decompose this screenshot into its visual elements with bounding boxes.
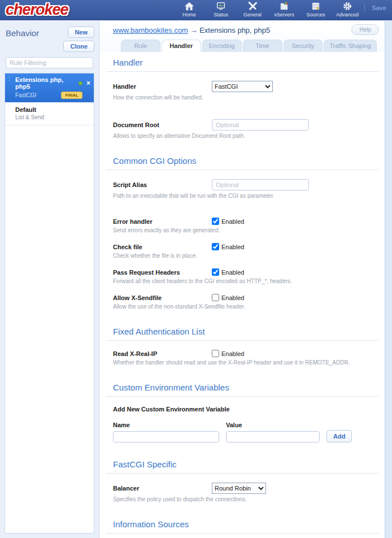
divider [106, 71, 379, 72]
field-label: Document Root [113, 122, 212, 128]
section-title-info-sources: Information Sources [113, 519, 385, 529]
field-row-handler: Handler FastCGI How the connection will … [113, 81, 379, 101]
breadcrumb-arrow: → [190, 26, 198, 34]
field-label: Pass Request Headers [113, 269, 212, 276]
handler-select[interactable]: FastCGI [212, 81, 273, 92]
field-label: Script Alias [113, 181, 212, 188]
tab-time[interactable]: Time [243, 40, 282, 52]
nav-vservers[interactable]: vServers [271, 2, 297, 18]
field-row-script-alias: Script Alias Path to an executable that … [113, 179, 379, 199]
content-header: www.bambookites.com → Extensions php, ph… [99, 21, 385, 52]
env-name-label: Name [113, 422, 219, 428]
divider [106, 170, 379, 170]
close-icon[interactable]: × [86, 80, 90, 86]
document-root-input[interactable] [212, 119, 309, 131]
top-bar: cherokee Home Status General vServers So… [0, 0, 392, 20]
field-label: Handler [113, 83, 212, 90]
tab-bar: Rule Handler Encoding Time Security Traf… [113, 40, 379, 52]
error-handler-checkbox[interactable] [212, 218, 219, 225]
nav-advanced[interactable]: Advanced [334, 2, 360, 18]
env-value-input[interactable] [226, 431, 320, 442]
tab-traffic-shaping[interactable]: Traffic Shaping [324, 40, 377, 52]
field-description: Whether the handler should read and use … [113, 359, 379, 366]
nav-general[interactable]: General [239, 2, 265, 18]
field-description: Send errors exactly as they are generate… [113, 227, 379, 233]
rule-enabled-dot-icon [79, 81, 82, 85]
section-title-fastcgi: FastCGI Specific [113, 459, 385, 469]
nav-home[interactable]: Home [176, 2, 202, 18]
nav-status[interactable]: Status [208, 2, 234, 18]
rule-filter-input[interactable] [6, 57, 93, 68]
section-title-fixed-auth: Fixed Authentication List [113, 327, 385, 336]
save-button[interactable]: Save [364, 5, 386, 11]
field-row-balancer: Balancer Round Robin Specifies the polic… [113, 483, 379, 502]
home-icon [184, 2, 194, 11]
field-description: Specifies the policy used to dispatch th… [113, 496, 379, 502]
final-badge: FINAL [61, 92, 82, 99]
scrollbar-track[interactable] [385, 21, 392, 538]
tab-encoding[interactable]: Encoding [202, 40, 242, 52]
advanced-icon [342, 2, 352, 11]
field-label: Balancer [113, 485, 212, 492]
field-description: Forward all the client headers to the CG… [113, 278, 379, 284]
sources-icon [311, 2, 321, 11]
breadcrumb-rule-name: Extensions php, php5 [199, 26, 270, 34]
divider [106, 340, 379, 341]
clone-rule-button[interactable]: Clone [63, 41, 94, 52]
env-var-form: Name Value Add [113, 422, 385, 442]
field-label: Allow X-Sendfile [113, 294, 212, 301]
divider [106, 473, 379, 474]
main-nav: Home Status General vServers Sources Adv… [176, 2, 360, 18]
section-title-handler: Handler [113, 58, 385, 67]
general-icon [247, 2, 258, 11]
env-value-label: Value [226, 422, 320, 428]
rule-name: Default [15, 106, 88, 113]
rule-name: Extensions php, php5 [15, 76, 79, 90]
new-rule-button[interactable]: New [68, 27, 94, 38]
divider [106, 533, 379, 533]
field-label: Check file [113, 244, 212, 250]
checkbox-label: Enabled [221, 350, 244, 357]
tab-security[interactable]: Security [284, 40, 323, 52]
section-title-common-cgi: Common CGI Options [113, 156, 385, 166]
breadcrumb: www.bambookites.com → Extensions php, ph… [113, 26, 379, 34]
field-row-document-root: Document Root Allows to specify an alter… [113, 119, 379, 139]
tab-handler[interactable]: Handler [162, 40, 201, 52]
main-area: Behavior New Clone ⋮ Extensions php, php… [0, 21, 392, 538]
checkbox-label: Enabled [221, 269, 244, 276]
sidebar-title: Behavior [6, 27, 63, 52]
add-env-var-button[interactable]: Add [326, 430, 352, 442]
section-title-env-vars: Custom Environment Variables [113, 383, 385, 392]
field-label: Read X-Real-IP [113, 350, 212, 357]
read-x-real-ip-checkbox[interactable] [212, 350, 219, 357]
field-row-check-file: Check file Enabled Check whether the fil… [113, 243, 379, 259]
field-row-pass-request-headers: Pass Request Headers Enabled Forward all… [113, 268, 379, 284]
help-button[interactable]: Help [351, 24, 379, 35]
check-file-checkbox[interactable] [212, 243, 219, 250]
field-description: Check whether the file is in place. [113, 253, 379, 259]
rule-item-default[interactable]: Default List & Send [5, 102, 94, 125]
rule-handler-label: List & Send [15, 114, 88, 120]
field-label: Error handler [113, 218, 212, 225]
tab-rule[interactable]: Rule [121, 40, 160, 52]
balancer-select[interactable]: Round Robin [212, 483, 266, 494]
vserver-host-link[interactable]: www.bambookites.com [113, 26, 188, 34]
field-description: How the connection will be handled. [113, 94, 379, 101]
script-alias-input[interactable] [212, 179, 309, 190]
cherokee-logo: cherokee [6, 1, 68, 19]
checkbox-label: Enabled [221, 244, 244, 250]
field-row-error-handler: Error handler Enabled Send errors exactl… [113, 218, 379, 233]
checkbox-label: Enabled [221, 294, 244, 301]
drag-handle-icon[interactable]: ⋮ [7, 76, 12, 99]
field-description: Allow the use of the non-standard X-Send… [113, 303, 379, 310]
rule-handler-label: FastCGI [15, 92, 61, 98]
field-row-allow-x-sendfile: Allow X-Sendfile Enabled Allow the use o… [113, 294, 379, 310]
pass-request-headers-checkbox[interactable] [212, 268, 219, 276]
status-icon [216, 2, 226, 11]
allow-x-sendfile-checkbox[interactable] [212, 294, 219, 301]
divider [106, 396, 379, 397]
nav-sources[interactable]: Sources [303, 2, 329, 18]
vservers-icon [279, 2, 289, 11]
env-name-input[interactable] [113, 431, 219, 442]
rule-item-selected[interactable]: ⋮ Extensions php, php5 × FastCGI FINAL [5, 73, 94, 102]
